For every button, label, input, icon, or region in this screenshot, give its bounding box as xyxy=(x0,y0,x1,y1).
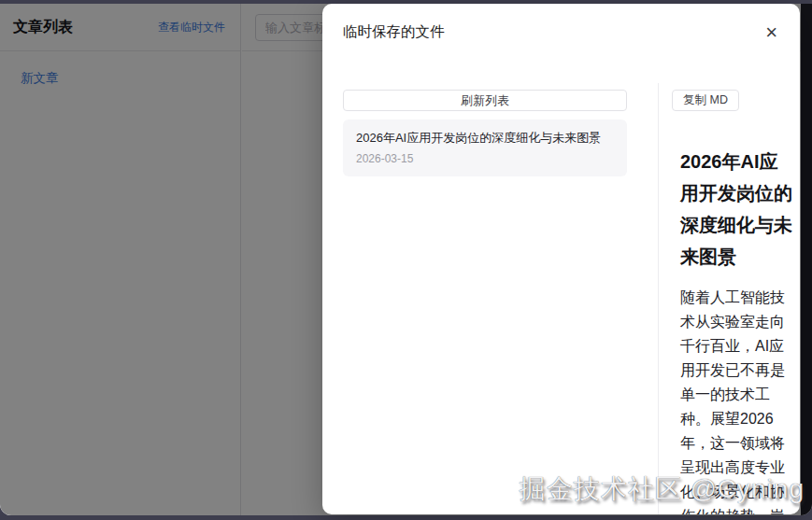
close-icon[interactable]: × xyxy=(763,24,779,41)
preview-body: 随着人工智能技术从实验室走向千行百业，AI应用开发已不再是单一的技术工种。展望2… xyxy=(680,286,793,514)
preview-heading: 2026年AI应用开发岗位的深度细化与未来图景 xyxy=(680,146,793,273)
modal-title: 临时保存的文件 xyxy=(343,22,445,42)
file-title: 2026年AI应用开发岗位的深度细化与未来图景 xyxy=(356,130,614,147)
markdown-preview: 2026年AI应用开发岗位的深度细化与未来图景 随着人工智能技术从实验室走向千行… xyxy=(672,146,793,514)
list-item[interactable]: 2026年AI应用开发岗位的深度细化与未来图景 2026-03-15 xyxy=(343,119,627,176)
column-divider xyxy=(658,83,659,514)
modal-content: 刷新列表 2026年AI应用开发岗位的深度细化与未来图景 2026-03-15 … xyxy=(343,83,789,514)
temp-files-modal: 临时保存的文件 × 刷新列表 2026年AI应用开发岗位的深度细化与未来图景 2… xyxy=(322,4,800,514)
copy-md-button[interactable]: 复制 MD xyxy=(672,90,739,111)
file-date: 2026-03-15 xyxy=(356,152,614,165)
refresh-list-button[interactable]: 刷新列表 xyxy=(343,90,627,111)
preview-column: 复制 MD 2026年AI应用开发岗位的深度细化与未来图景 随着人工智能技术从实… xyxy=(672,90,789,514)
temp-file-list-column: 刷新列表 2026年AI应用开发岗位的深度细化与未来图景 2026-03-15 xyxy=(343,90,627,176)
modal-header: 临时保存的文件 × xyxy=(322,4,800,42)
